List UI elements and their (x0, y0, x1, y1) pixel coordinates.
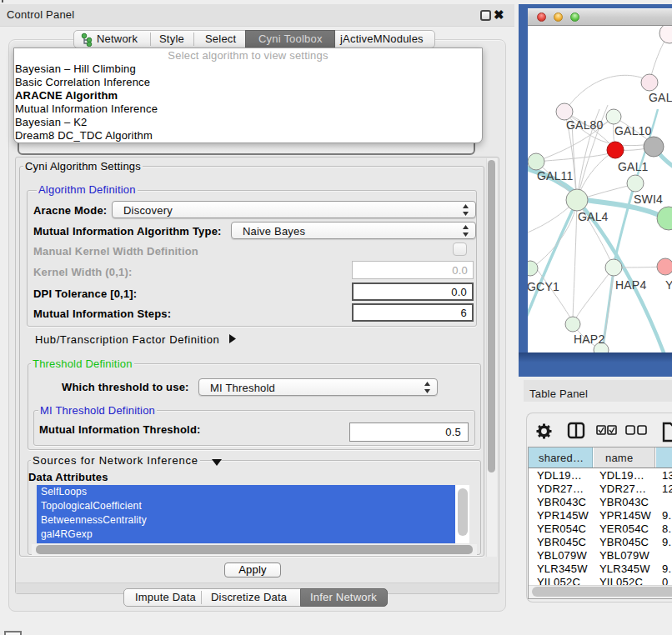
svg-text:GAL: GAL (649, 91, 672, 104)
svg-text:SWI4: SWI4 (634, 192, 663, 206)
svg-text:HAP4: HAP4 (615, 278, 646, 292)
svg-text:GAL1: GAL1 (618, 160, 649, 173)
svg-text:GAL11: GAL11 (537, 169, 574, 182)
svg-text:GCY1: GCY1 (528, 280, 559, 293)
svg-text:GAL4: GAL4 (578, 210, 609, 223)
svg-text:GAL10: GAL10 (614, 124, 652, 138)
svg-text:GAL80: GAL80 (566, 118, 604, 132)
svg-text:Y: Y (665, 278, 672, 292)
svg-text:HAP2: HAP2 (574, 332, 604, 346)
